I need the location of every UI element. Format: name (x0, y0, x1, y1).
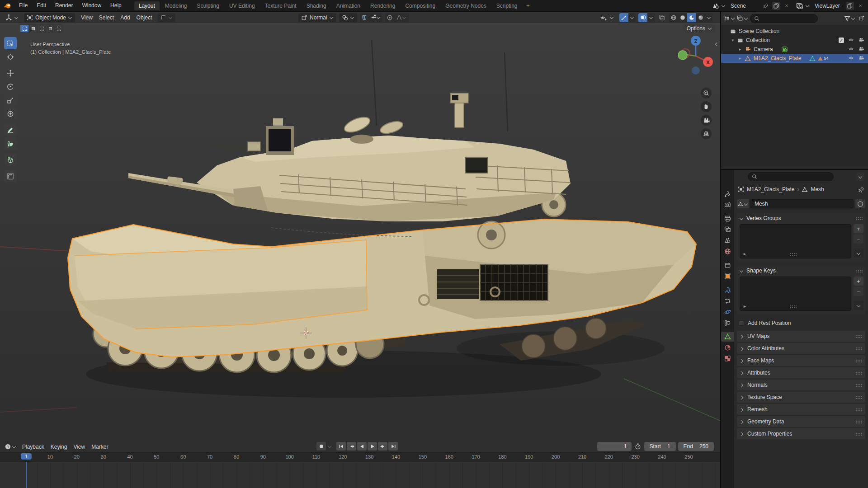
shading-material-button[interactable] (687, 13, 696, 22)
section-grip[interactable] (855, 371, 862, 375)
select-mode-set[interactable] (20, 25, 28, 32)
section-texture-space[interactable]: Texture Space (737, 392, 865, 403)
remove-viewlayer-button[interactable]: × (856, 2, 864, 10)
new-collection-button[interactable] (857, 14, 865, 23)
shape-keys-header[interactable]: Shape Keys (737, 266, 865, 276)
outliner-item-label[interactable]: Camera (753, 46, 773, 52)
rotate-tool-button[interactable] (4, 80, 17, 93)
properties-tab-scene[interactable] (721, 235, 734, 245)
shading-rendered-button[interactable] (696, 13, 705, 22)
hide-viewport-toggle[interactable] (848, 47, 854, 52)
section-grip[interactable] (855, 420, 862, 423)
jump-start-button[interactable] (336, 442, 346, 450)
expander-icon[interactable]: ▼ (731, 38, 736, 42)
blender-logo-icon[interactable] (4, 3, 12, 9)
gizmo-axis-z-neg[interactable] (692, 66, 700, 75)
next-keyframe-button[interactable] (378, 442, 387, 450)
panel-grip[interactable] (856, 269, 863, 272)
workspace-tab-shading[interactable]: Shading (302, 1, 331, 10)
viewport-menu-add[interactable]: Add (117, 14, 133, 21)
zoom-button[interactable] (701, 88, 712, 99)
viewport-menu-select[interactable]: Select (96, 14, 117, 21)
workspace-tab-layout[interactable]: Layout (134, 1, 160, 10)
vertex-groups-header[interactable]: Vertex Groups (737, 213, 865, 223)
pin-icon[interactable] (762, 2, 770, 10)
camera-view-button[interactable] (701, 115, 712, 126)
menu-help[interactable]: Help (106, 0, 126, 11)
vertex-group-specials-button[interactable] (854, 249, 863, 258)
section-grip[interactable] (855, 359, 862, 362)
mode-dropdown[interactable]: Object Mode (24, 13, 75, 22)
move-tool-button[interactable] (4, 67, 17, 79)
workspace-tab-sculpting[interactable]: Sculpting (193, 1, 224, 10)
menu-file[interactable]: File (14, 0, 32, 11)
perspective-toggle-button[interactable] (701, 128, 712, 139)
shape-key-specials-button[interactable] (854, 301, 863, 310)
vertex-groups-list[interactable]: ► (740, 224, 851, 258)
outliner-search-input[interactable] (750, 14, 818, 23)
viewport-menu-object[interactable]: Object (133, 14, 156, 21)
mesh-datablock-browse-button[interactable] (737, 199, 749, 208)
section-normals[interactable]: Normals (737, 380, 865, 390)
transform-orientation-dropdown[interactable]: Normal (298, 13, 336, 22)
workspace-tab-uv-editing[interactable]: UV Editing (225, 1, 259, 10)
filter-button[interactable] (844, 14, 855, 23)
properties-tab-object-data[interactable] (721, 332, 734, 342)
current-frame-badge[interactable]: 1 (21, 453, 32, 460)
section-grip[interactable] (855, 347, 862, 350)
start-frame-field[interactable]: Start 1 (644, 442, 676, 451)
remove-shape-key-button[interactable]: − (854, 287, 863, 296)
outliner-row-collection[interactable]: ▼Collection✓ (721, 36, 868, 45)
outliner-display-mode-button[interactable] (737, 14, 748, 23)
shading-solid-button[interactable] (678, 13, 687, 22)
cursor-tool-button[interactable] (4, 51, 17, 63)
shading-wireframe-button[interactable] (669, 13, 678, 22)
timeline-menu-view[interactable]: View (70, 444, 88, 450)
outliner-row-camera[interactable]: ►Camera (721, 45, 868, 54)
properties-search-input[interactable] (748, 172, 834, 181)
workspace-tab-compositing[interactable]: Compositing (401, 1, 440, 10)
editor-type-button[interactable] (3, 13, 21, 22)
viewlayer-selector[interactable]: ViewLayer × (796, 2, 864, 10)
section-color-attributes[interactable]: Color Attributes (737, 343, 865, 354)
disable-render-toggle[interactable] (858, 56, 864, 61)
add-workspace-button[interactable]: + (522, 1, 534, 10)
jump-end-button[interactable] (388, 442, 398, 450)
playhead[interactable] (26, 462, 27, 488)
gizmos-dropdown[interactable] (628, 13, 636, 22)
properties-tab-modifiers[interactable] (721, 285, 734, 295)
editor-type-outliner-button[interactable] (724, 14, 735, 23)
section-grip[interactable] (855, 335, 862, 338)
proportional-falloff-dropdown[interactable] (394, 13, 409, 22)
workspace-tab-modeling[interactable]: Modeling (160, 1, 192, 10)
add-rest-position-checkbox[interactable] (739, 320, 744, 326)
unlink-scene-button[interactable]: × (783, 2, 791, 10)
section-custom-properties[interactable]: Custom Properties (737, 428, 865, 439)
overlays-toggle[interactable] (638, 13, 647, 22)
list-resize-grip[interactable] (790, 305, 797, 308)
properties-tab-physics[interactable] (721, 307, 734, 317)
scale-tool-button[interactable] (4, 94, 17, 106)
keying-set-dropdown[interactable] (328, 444, 332, 448)
section-grip[interactable] (855, 384, 862, 387)
list-expander[interactable]: ► (743, 304, 747, 309)
outliner-item-label[interactable]: Collection (745, 37, 770, 43)
expander-icon[interactable]: ► (738, 56, 743, 61)
gizmo-axis-y[interactable] (678, 51, 687, 60)
editor-type-timeline-button[interactable] (3, 443, 18, 451)
section-grip[interactable] (855, 432, 862, 436)
properties-tab-object[interactable] (721, 271, 734, 281)
new-scene-button[interactable] (772, 2, 780, 10)
breadcrumb-data[interactable]: Mesh (811, 186, 824, 192)
properties-tab-world[interactable] (721, 246, 734, 256)
options-dropdown[interactable]: Options (683, 24, 716, 33)
workspace-tab-geometry-nodes[interactable]: Geometry Nodes (441, 1, 491, 10)
outliner-row-scene-collection[interactable]: Scene Collection (721, 27, 868, 36)
outliner-item-label[interactable]: M1A2_Glacis_Plate (753, 55, 801, 61)
snap-toggle[interactable] (360, 13, 369, 22)
section-remesh[interactable]: Remesh (737, 404, 865, 415)
snap-with-dropdown[interactable] (369, 13, 382, 22)
current-frame-field[interactable]: 1 (597, 442, 632, 451)
hide-viewport-toggle[interactable] (848, 38, 854, 43)
select-mode-intersect[interactable] (55, 25, 63, 32)
